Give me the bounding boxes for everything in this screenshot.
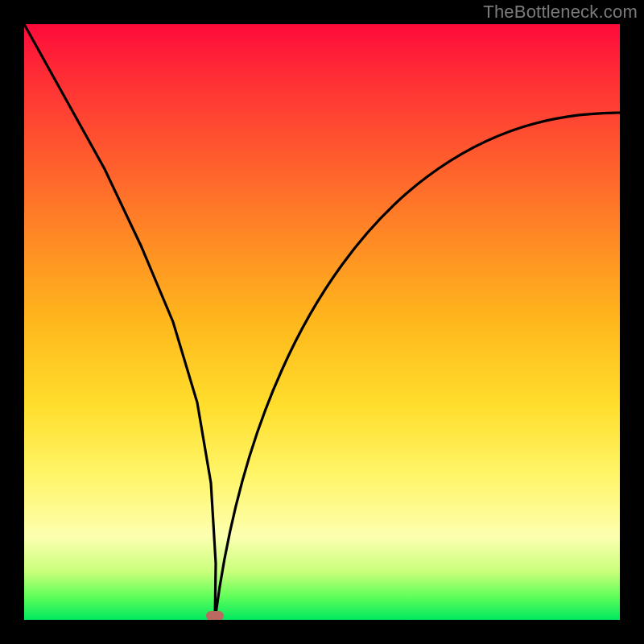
chart-frame <box>0 0 644 644</box>
watermark-text: TheBottleneck.com <box>483 2 638 23</box>
